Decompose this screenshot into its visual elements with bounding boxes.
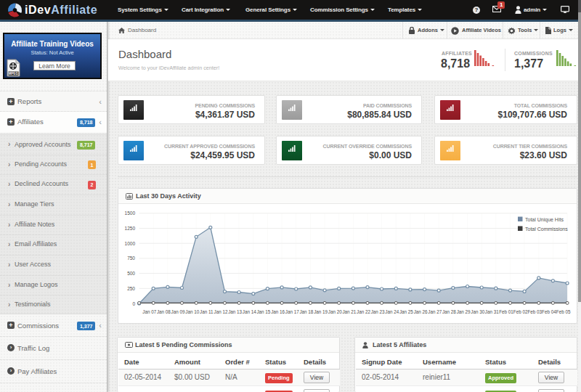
svg-text:Total Commissions: Total Commissions bbox=[525, 226, 568, 232]
svg-text:Jan 10: Jan 10 bbox=[185, 309, 199, 314]
svg-text:Jan 14: Jan 14 bbox=[243, 309, 256, 314]
svg-text:Jan 27: Jan 27 bbox=[428, 309, 442, 314]
svg-text:Jan 23: Jan 23 bbox=[371, 309, 385, 314]
svg-text:Jan 26: Jan 26 bbox=[414, 309, 428, 314]
svg-text:Jan 16: Jan 16 bbox=[271, 309, 285, 314]
svg-text:750: 750 bbox=[127, 256, 135, 261]
svg-text:1500: 1500 bbox=[125, 211, 136, 216]
svg-text:Jan 28: Jan 28 bbox=[442, 309, 456, 314]
svg-text:Jan 29: Jan 29 bbox=[457, 309, 471, 314]
svg-text:Jan 30: Jan 30 bbox=[471, 309, 484, 314]
svg-text:Feb 04: Feb 04 bbox=[542, 309, 556, 314]
svg-text:1000: 1000 bbox=[125, 241, 136, 246]
svg-text:Jan 22: Jan 22 bbox=[357, 309, 370, 314]
svg-text:Feb 01: Feb 01 bbox=[499, 309, 513, 314]
svg-text:Total Unique Hits: Total Unique Hits bbox=[525, 217, 564, 223]
svg-text:Jan 24: Jan 24 bbox=[385, 309, 399, 314]
svg-text:250: 250 bbox=[127, 286, 135, 291]
svg-text:MPEG: MPEG bbox=[9, 72, 19, 75]
svg-text:Jan 11: Jan 11 bbox=[200, 309, 214, 314]
svg-text:Jan 09: Jan 09 bbox=[171, 309, 185, 314]
svg-text:Jan 19: Jan 19 bbox=[314, 309, 328, 314]
svg-text:0: 0 bbox=[132, 301, 135, 306]
svg-text:Jan 12: Jan 12 bbox=[214, 309, 228, 314]
svg-text:Jan 13: Jan 13 bbox=[228, 309, 242, 314]
svg-text:Feb 03: Feb 03 bbox=[527, 309, 542, 314]
svg-text:Jan 20: Jan 20 bbox=[328, 309, 342, 314]
svg-text:1250: 1250 bbox=[125, 226, 136, 231]
svg-text:500: 500 bbox=[127, 271, 135, 276]
svg-text:Jan 25: Jan 25 bbox=[399, 309, 413, 314]
svg-text:Jan 17: Jan 17 bbox=[285, 309, 299, 314]
svg-text:Feb 05: Feb 05 bbox=[556, 309, 571, 314]
svg-text:Jan 07: Jan 07 bbox=[142, 309, 156, 314]
svg-text:Jan 31: Jan 31 bbox=[485, 309, 499, 314]
svg-text:Jan 21: Jan 21 bbox=[342, 309, 356, 314]
svg-text:Jan 18: Jan 18 bbox=[299, 309, 313, 314]
svg-text:Jan 08: Jan 08 bbox=[157, 309, 171, 314]
svg-text:Feb 02: Feb 02 bbox=[513, 309, 528, 314]
svg-text:Jan 15: Jan 15 bbox=[256, 309, 270, 314]
